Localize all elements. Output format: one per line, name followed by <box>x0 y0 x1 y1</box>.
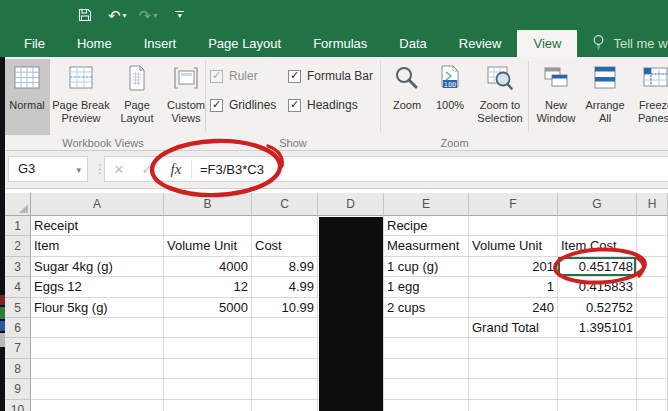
cell-E8[interactable] <box>384 359 469 379</box>
cell-A1[interactable]: Receipt <box>31 216 164 236</box>
undo-icon[interactable]: ↶ <box>108 8 127 23</box>
customize-toolbar-icon[interactable] <box>175 11 184 19</box>
cell-A6[interactable] <box>31 318 164 338</box>
cell-F5[interactable]: 240 <box>469 298 558 318</box>
cell-E10[interactable] <box>384 400 469 411</box>
zoom-100-button[interactable]: 100 100% <box>430 59 470 135</box>
page-break-preview-button[interactable]: Page Break Preview <box>50 59 112 135</box>
cell-B10[interactable] <box>164 400 252 411</box>
row-header-4[interactable]: 4 <box>5 277 31 297</box>
row-header-1[interactable]: 1 <box>5 216 31 236</box>
cell-G6[interactable]: 1.395101 <box>558 318 637 338</box>
custom-views-button[interactable]: Custom Views <box>162 59 210 135</box>
column-header-D[interactable]: D <box>318 193 384 216</box>
cell-B8[interactable] <box>164 359 252 379</box>
cell-A7[interactable] <box>31 338 164 358</box>
row-header-8[interactable]: 8 <box>5 359 31 379</box>
cell-C4[interactable]: 4.99 <box>252 277 318 297</box>
tab-view[interactable]: View <box>517 30 577 57</box>
row-header-10[interactable]: 10 <box>5 400 31 411</box>
cancel-icon[interactable] <box>105 162 133 177</box>
cell-E1[interactable]: Recipe <box>384 216 469 236</box>
cell-B7[interactable] <box>164 338 252 358</box>
ruler-checkbox[interactable]: Ruler <box>210 69 284 83</box>
cell-G1[interactable] <box>558 216 637 236</box>
cell-F6[interactable]: Grand Total <box>469 318 558 338</box>
cell-F1[interactable] <box>469 216 558 236</box>
cell-H4[interactable] <box>637 277 668 297</box>
gridlines-checkbox[interactable]: Gridlines <box>210 98 284 112</box>
row-header-9[interactable]: 9 <box>5 379 31 399</box>
zoom-to-selection-button[interactable]: Zoom to Selection <box>470 59 530 135</box>
select-all-corner[interactable] <box>5 193 31 216</box>
cell-C5[interactable]: 10.99 <box>252 298 318 318</box>
cell-A10[interactable] <box>31 400 164 411</box>
cell-B5[interactable]: 5000 <box>164 298 252 318</box>
save-icon[interactable] <box>78 8 92 22</box>
cell-A9[interactable] <box>31 379 164 399</box>
cell-E6[interactable] <box>384 318 469 338</box>
cell-F9[interactable] <box>469 379 558 399</box>
cell-C8[interactable] <box>252 359 318 379</box>
cell-H6[interactable] <box>637 318 668 338</box>
row-header-2[interactable]: 2 <box>5 236 31 256</box>
cell-E7[interactable] <box>384 338 469 358</box>
cell-B9[interactable] <box>164 379 252 399</box>
cell-H7[interactable] <box>637 338 668 358</box>
cell-H10[interactable] <box>637 400 668 411</box>
headings-checkbox[interactable]: Headings <box>288 98 373 112</box>
arrange-all-button[interactable]: Arrange All <box>580 59 630 135</box>
enter-icon[interactable] <box>133 162 161 177</box>
cell-F8[interactable] <box>469 359 558 379</box>
tab-formulas[interactable]: Formulas <box>297 30 383 57</box>
cell-E9[interactable] <box>384 379 469 399</box>
row-header-3[interactable]: 3 <box>5 257 31 277</box>
cell-F4[interactable]: 1 <box>469 277 558 297</box>
cell-A2[interactable]: Item <box>31 236 164 256</box>
cell-A8[interactable] <box>31 359 164 379</box>
cell-A3[interactable]: Sugar 4kg (g) <box>31 257 164 277</box>
new-window-button[interactable]: New Window <box>532 59 580 135</box>
cell-C2[interactable]: Cost <box>252 236 318 256</box>
cell-G3[interactable]: 0.451748 <box>558 257 637 277</box>
cell-F3[interactable]: 201 <box>469 257 558 277</box>
cell-G7[interactable] <box>558 338 637 358</box>
cell-C3[interactable]: 8.99 <box>252 257 318 277</box>
normal-view-button[interactable]: Normal <box>4 59 50 135</box>
cell-C10[interactable] <box>252 400 318 411</box>
column-header-C[interactable]: C <box>252 193 318 216</box>
cell-C1[interactable] <box>252 216 318 236</box>
column-header-E[interactable]: E <box>384 193 469 216</box>
cell-B4[interactable]: 12 <box>164 277 252 297</box>
column-header-F[interactable]: F <box>469 193 558 216</box>
column-header-B[interactable]: B <box>164 193 252 216</box>
tab-page-layout[interactable]: Page Layout <box>192 30 297 57</box>
insert-function-button[interactable]: fx <box>161 161 191 178</box>
formula-bar-checkbox[interactable]: Formula Bar <box>288 69 373 83</box>
cell-F7[interactable] <box>469 338 558 358</box>
tell-me-box[interactable]: Tell me what you wa <box>591 30 668 57</box>
cell-F10[interactable] <box>469 400 558 411</box>
cell-G8[interactable] <box>558 359 637 379</box>
row-header-5[interactable]: 5 <box>5 298 31 318</box>
cell-B3[interactable]: 4000 <box>164 257 252 277</box>
cell-G4[interactable]: 0.415833 <box>558 277 637 297</box>
cell-H3[interactable] <box>637 257 668 277</box>
cell-C9[interactable] <box>252 379 318 399</box>
cell-G10[interactable] <box>558 400 637 411</box>
cell-E5[interactable]: 2 cups <box>384 298 469 318</box>
cell-G5[interactable]: 0.52752 <box>558 298 637 318</box>
name-box[interactable]: G3 <box>8 156 88 182</box>
cell-G9[interactable] <box>558 379 637 399</box>
redo-icon[interactable]: ↷ <box>139 8 158 23</box>
row-header-7[interactable]: 7 <box>5 338 31 358</box>
tab-review[interactable]: Review <box>443 30 518 57</box>
cell-E4[interactable]: 1 egg <box>384 277 469 297</box>
cell-B1[interactable] <box>164 216 252 236</box>
cell-H5[interactable] <box>637 298 668 318</box>
page-layout-button[interactable]: Page Layout <box>112 59 162 135</box>
tab-data[interactable]: Data <box>383 30 442 57</box>
tab-home[interactable]: Home <box>61 30 128 57</box>
cell-A5[interactable]: Flour 5kg (g) <box>31 298 164 318</box>
cell-H1[interactable] <box>637 216 668 236</box>
